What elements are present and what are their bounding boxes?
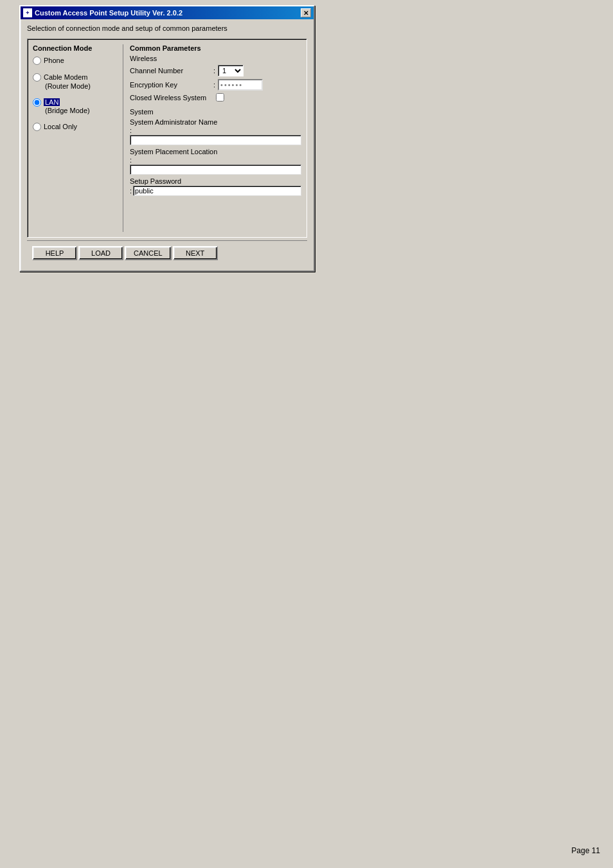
radio-phone-label[interactable]: Phone: [44, 56, 64, 65]
system-label: System: [130, 108, 301, 116]
encryption-key-label: Encryption Key: [130, 81, 213, 89]
next-button[interactable]: NEXT: [173, 246, 218, 260]
setup-password-label: Setup Password: [130, 177, 301, 185]
radio-cable-input[interactable]: [33, 73, 41, 82]
subtitle: Selection of connection mode and setup o…: [27, 24, 307, 32]
main-window: + Custom Access Point Setup Utility Ver.…: [19, 5, 315, 272]
placement-colon: :: [130, 156, 301, 164]
channel-number-select[interactable]: 1 2 3 4 5 6 7 8 9 10 11: [218, 65, 244, 76]
help-button[interactable]: HELP: [32, 246, 77, 260]
connection-mode-group: Phone Cable Modem (Router Mode): [33, 56, 118, 131]
close-button[interactable]: ✕: [301, 8, 311, 17]
radio-local-label[interactable]: Local Only: [44, 122, 77, 131]
encryption-colon: :: [213, 81, 215, 89]
setup-password-input[interactable]: [133, 186, 301, 196]
closed-wireless-label: Closed Wireless System: [130, 94, 213, 102]
radio-lan: LAN (Bridge Mode): [33, 98, 118, 114]
placement-input[interactable]: [130, 164, 301, 175]
left-panel: Connection Mode Phone Cable Modem (Route…: [33, 44, 123, 232]
admin-name-label: System Administrator Name: [130, 118, 301, 126]
radio-local-input[interactable]: [33, 123, 41, 131]
encryption-key-input[interactable]: [218, 79, 263, 91]
radio-lan-label[interactable]: LAN: [44, 98, 60, 106]
connection-mode-label: Connection Mode: [33, 44, 118, 52]
radio-phone-input[interactable]: [33, 57, 41, 65]
lan-highlight: LAN: [44, 98, 60, 106]
channel-number-row: Channel Number : 1 2 3 4 5 6 7 8 9: [130, 65, 301, 76]
setup-password-row: :: [130, 186, 301, 196]
placement-label: System Placement Location: [130, 148, 301, 155]
load-button[interactable]: LOAD: [78, 246, 123, 260]
radio-lan-sublabel: (Bridge Mode): [45, 107, 90, 114]
closed-wireless-checkbox[interactable]: [216, 93, 224, 102]
encryption-key-row: Encryption Key :: [130, 79, 301, 91]
title-bar-left: + Custom Access Point Setup Utility Ver.…: [23, 8, 182, 17]
radio-lan-input[interactable]: [33, 98, 41, 107]
radio-cable-modem: Cable Modem (Router Mode): [33, 73, 118, 89]
cancel-button[interactable]: CANCEL: [125, 246, 172, 260]
window-title: Custom Access Point Setup Utility Ver. 2…: [35, 9, 182, 17]
app-icon: +: [23, 8, 32, 17]
password-colon: :: [130, 187, 132, 195]
radio-cable-label-group: Cable Modem (Router Mode): [44, 73, 91, 89]
wireless-section: Wireless Channel Number : 1 2 3 4 5 6 7: [130, 55, 301, 102]
title-bar: + Custom Access Point Setup Utility Ver.…: [21, 6, 314, 19]
main-content: Connection Mode Phone Cable Modem (Route…: [27, 39, 307, 238]
system-section: System System Administrator Name : Syste…: [130, 108, 301, 196]
button-bar: HELP LOAD CANCEL NEXT: [27, 240, 307, 265]
radio-cable-label[interactable]: Cable Modem: [44, 73, 87, 81]
channel-colon: :: [213, 67, 215, 75]
radio-local-only: Local Only: [33, 122, 118, 131]
radio-lan-label-group: LAN (Bridge Mode): [44, 98, 90, 114]
right-panel: Common Parameters Wireless Channel Numbe…: [123, 44, 301, 232]
common-params-title: Common Parameters: [130, 44, 301, 52]
window-body: Selection of connection mode and setup o…: [21, 19, 314, 270]
wireless-label: Wireless: [130, 55, 301, 62]
admin-name-colon: :: [130, 127, 301, 134]
radio-phone: Phone: [33, 56, 118, 65]
radio-cable-sublabel: (Router Mode): [45, 82, 91, 90]
closed-wireless-row: Closed Wireless System: [130, 93, 301, 102]
channel-number-label: Channel Number: [130, 67, 213, 75]
admin-name-input[interactable]: [130, 135, 301, 145]
page-number: Page 11: [571, 846, 600, 855]
